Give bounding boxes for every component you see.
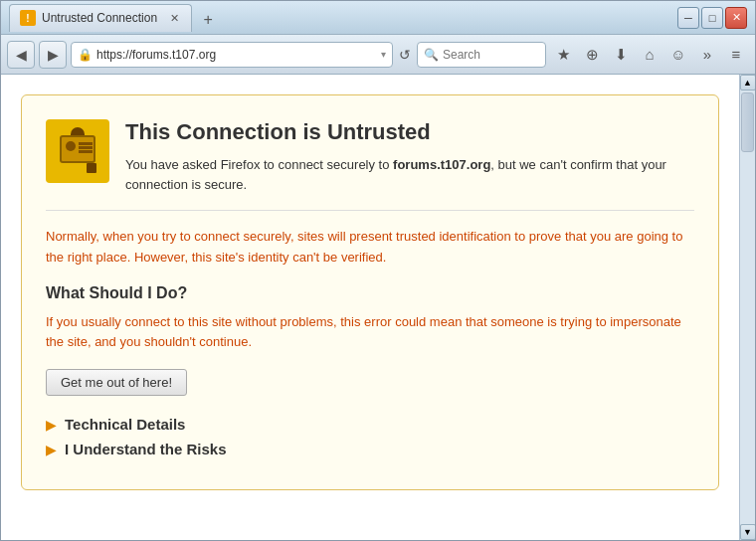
error-desc-part1: You have asked Firefox to connect secure… [125,157,393,172]
id-card-icon [60,135,95,163]
error-title-area: This Connection is Untrusted You have as… [125,119,694,194]
scrollbar-up-button[interactable]: ▲ [740,75,756,90]
window-controls: ─ □ ✕ [677,7,747,29]
error-description: You have asked Firefox to connect secure… [125,155,694,194]
section-title: What Should I Do? [46,284,694,302]
technical-details-expander[interactable]: ▶ Technical Details [46,416,694,433]
technical-details-arrow-icon: ▶ [46,417,57,433]
address-bar[interactable]: 🔒 https://forums.t107.org ▾ [71,42,393,68]
nav-icons: ★ ⊕ ⬇ ⌂ ☺ » ≡ [550,42,749,68]
url-text: https://forums.t107.org [96,48,377,62]
title-bar-left: ! Untrusted Connection ✕ + [9,4,677,32]
untrusted-icon-graphic [57,127,98,175]
download-icon[interactable]: ⬇ [608,42,634,68]
minimize-button[interactable]: ─ [677,7,699,29]
browser-window: ! Untrusted Connection ✕ + ─ □ ✕ ◀ ▶ 🔒 h… [0,0,756,541]
stop-hand-icon [87,163,96,173]
bookmark-list-icon[interactable]: ⊕ [579,42,605,68]
scrollbar: ▲ ▼ [739,75,755,540]
understand-risks-expander[interactable]: ▶ I Understand the Risks [46,441,694,457]
user-icon[interactable]: ☺ [665,42,691,68]
warning-text: Normally, when you try to connect secure… [46,227,694,269]
bookmark-star-icon[interactable]: ★ [550,42,576,68]
address-lock-icon: 🔒 [78,48,93,62]
search-bar[interactable]: 🔍 [417,42,546,68]
maximize-button[interactable]: □ [701,7,723,29]
new-tab-button[interactable]: + [196,8,220,32]
nav-bar: ◀ ▶ 🔒 https://forums.t107.org ▾ ↺ 🔍 ★ ⊕ … [1,35,755,75]
scrollbar-track [740,90,755,524]
menu-icon[interactable]: ≡ [723,42,749,68]
error-header: This Connection is Untrusted You have as… [46,119,694,211]
search-input[interactable] [443,48,522,62]
action-description: If you usually connect to this site with… [46,312,694,354]
error-title: This Connection is Untrusted [125,119,694,145]
main-content: This Connection is Untrusted You have as… [1,75,739,540]
scrollbar-down-button[interactable]: ▼ [740,524,756,540]
close-window-button[interactable]: ✕ [725,7,747,29]
technical-details-label: Technical Details [65,416,185,433]
more-tools-icon[interactable]: » [694,42,720,68]
url-dropdown-icon[interactable]: ▾ [381,49,386,60]
scrollbar-thumb[interactable] [741,92,754,152]
title-bar: ! Untrusted Connection ✕ + ─ □ ✕ [1,1,755,35]
tab-warning-icon: ! [20,10,36,26]
forward-button[interactable]: ▶ [39,41,67,69]
understand-risks-arrow-icon: ▶ [46,442,57,457]
error-site-name: forums.t107.org [393,157,490,172]
error-page: This Connection is Untrusted You have as… [21,94,719,490]
error-icon [46,119,109,183]
search-icon: 🔍 [424,48,439,62]
understand-risks-label: I Understand the Risks [65,441,227,457]
refresh-button[interactable]: ↺ [397,47,413,63]
active-tab[interactable]: ! Untrusted Connection ✕ [9,4,192,32]
content-area: This Connection is Untrusted You have as… [1,75,755,540]
tab-area: ! Untrusted Connection ✕ + [9,4,220,32]
tab-title: Untrusted Connection [42,11,157,25]
tab-close-button[interactable]: ✕ [167,11,181,25]
back-button[interactable]: ◀ [7,41,35,69]
escape-button[interactable]: Get me out of here! [46,369,187,396]
home-icon[interactable]: ⌂ [637,42,662,68]
